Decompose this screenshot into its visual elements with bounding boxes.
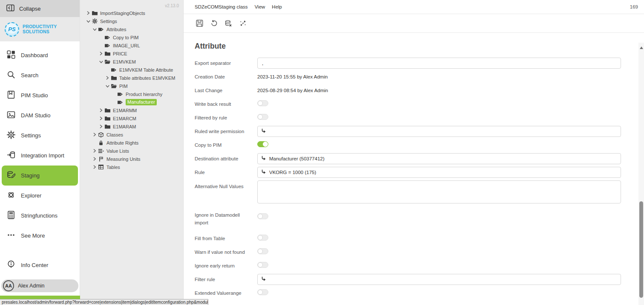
menubar: SDZeCOMStaging class View Help 169 <box>184 0 644 14</box>
tree-item[interactable]: Measuring Units <box>80 155 183 163</box>
sidebar-item-label: PIM Studio <box>21 92 48 99</box>
user-menu[interactable]: AA Alex Admin <box>1 279 78 292</box>
extended-valuerange-toggle[interactable] <box>257 289 268 295</box>
chevron-down-icon[interactable] <box>93 28 98 31</box>
gear-icon <box>92 18 98 24</box>
rule-arrow-icon <box>261 276 266 282</box>
tree-item[interactable]: IMAGE_URL <box>80 41 183 49</box>
tree-item[interactable]: Settings <box>80 17 183 25</box>
sidebar-item-staging[interactable]: Staging <box>2 166 78 186</box>
tree-item[interactable]: Copy to PIM <box>80 33 183 41</box>
tree-item[interactable]: Value Lists <box>80 147 183 155</box>
sidebar-item-label: Dashboard <box>21 52 48 58</box>
tree-item[interactable]: ImportStagingObjects <box>80 9 183 17</box>
vertical-scrollbar[interactable] <box>638 43 644 305</box>
form-row-alternative-null-values: Alternative Null Values <box>195 180 621 203</box>
chevron-right-icon[interactable] <box>93 149 98 153</box>
chevron-right-icon[interactable] <box>99 52 105 55</box>
tree-item[interactable]: E1MARAM <box>80 122 183 131</box>
destination-attribute-input[interactable]: Manufacturer (50377412) <box>257 153 621 164</box>
dam-studio-image-icon <box>7 110 15 120</box>
version-label: v2.13.0 <box>165 3 179 8</box>
tree-item[interactable]: E1MARMM <box>80 106 183 114</box>
ruled-write-permission-input[interactable] <box>257 126 621 137</box>
form-row-extended-valuerange: Extended Valuerange <box>195 288 621 299</box>
tree-item[interactable]: E1MVKEM Table Attribute <box>80 66 183 74</box>
chevron-down-icon[interactable] <box>99 60 105 64</box>
tree-item[interactable]: PIM <box>80 82 183 90</box>
undo-refresh-icon[interactable] <box>209 19 218 28</box>
build-number: 169 <box>630 4 638 9</box>
chevron-down-icon[interactable] <box>106 84 111 88</box>
form-row-fill-from-table: Fill from Table <box>195 233 621 244</box>
form-row-creation-date: Creation Date 2023-11-20 15:55 by Alex A… <box>195 71 621 82</box>
brand-header: PS PRODUCTIVITY SOLUTIONS <box>0 17 80 41</box>
alternative-null-values-textarea[interactable] <box>257 180 621 203</box>
chevron-right-icon[interactable] <box>99 116 105 120</box>
tag-icon <box>98 27 104 32</box>
sidebar-item-integration-import[interactable]: Integration Import <box>2 145 78 166</box>
menu-help[interactable]: Help <box>272 4 282 9</box>
folder-icon <box>92 11 98 15</box>
page-title: Attribute <box>195 42 621 51</box>
database-delete-icon[interactable] <box>224 19 233 28</box>
ignore-early-return-toggle[interactable] <box>257 262 268 268</box>
form-row-rule: Rule VKORG = 1000 (175) <box>195 167 621 178</box>
distribute-icon[interactable] <box>238 19 247 28</box>
sidebar-item-pim-studio[interactable]: PIM Studio <box>2 85 78 105</box>
sidebar-item-label: Explorer <box>21 192 41 199</box>
sidebar-item-label: DAM Studio <box>21 112 50 119</box>
chevron-right-icon[interactable] <box>93 157 98 161</box>
tree-item[interactable]: Tables <box>80 163 183 171</box>
chevron-right-icon[interactable] <box>86 11 92 15</box>
chevron-down-icon[interactable] <box>86 20 92 23</box>
sidebar-item-stringfunctions[interactable]: Stringfunctions <box>2 206 78 226</box>
folder-open-icon <box>111 84 117 88</box>
sidebar-item-label: See More <box>21 232 45 239</box>
copy-to-pim-toggle[interactable] <box>257 141 268 147</box>
tree-item[interactable]: E1MVKEM <box>80 58 183 66</box>
calculator-icon <box>7 211 15 221</box>
menu-view[interactable]: View <box>255 4 265 9</box>
tree-item[interactable]: E1MARCM <box>80 114 183 122</box>
tree-item[interactable]: Attribute Rights <box>80 139 183 147</box>
chevron-right-icon[interactable] <box>93 165 98 169</box>
sidebar-item-explorer[interactable]: Explorer <box>2 186 78 206</box>
warn-if-value-not-found-toggle[interactable] <box>257 248 268 254</box>
tree-item-selected[interactable]: Manufacturer <box>80 98 183 106</box>
sidebar-item-settings[interactable]: Settings <box>2 125 78 145</box>
save-icon[interactable] <box>195 19 204 28</box>
write-back-result-toggle[interactable] <box>257 100 268 106</box>
form-row-export-separator: Export separator <box>195 58 621 69</box>
chevron-right-icon[interactable] <box>99 108 105 112</box>
rule-input[interactable]: VKORG = 1000 (175) <box>257 167 621 178</box>
ignore-datamodell-toggle[interactable] <box>257 213 268 219</box>
export-separator-input[interactable] <box>257 58 621 69</box>
info-center-icon <box>7 260 15 270</box>
dashboard-icon <box>7 50 15 60</box>
scroll-up-arrow-icon[interactable] <box>640 46 643 49</box>
chevron-right-icon[interactable] <box>93 133 98 137</box>
tree-item[interactable]: Table attributes E1MVKEM <box>80 74 183 82</box>
chevron-right-icon[interactable] <box>99 125 105 128</box>
sidebar-item-info-center[interactable]: Info Center <box>2 255 78 275</box>
tree-item[interactable]: Attributes <box>80 25 183 33</box>
tree-item[interactable]: Classes <box>80 131 183 139</box>
sidebar-item-search[interactable]: Search <box>2 65 78 85</box>
filter-rule-input[interactable] <box>257 274 621 285</box>
collapse-button[interactable]: Collapse <box>0 0 80 17</box>
chevron-right-icon[interactable] <box>106 76 111 80</box>
avatar: AA <box>3 280 14 291</box>
fill-from-table-toggle[interactable] <box>257 235 268 241</box>
scrollbar-thumb[interactable] <box>639 201 643 298</box>
tree-item[interactable]: Product hierarchy <box>80 90 183 98</box>
sidebar-item-dam-studio[interactable]: DAM Studio <box>2 105 78 125</box>
filtered-by-rule-toggle[interactable] <box>257 114 268 120</box>
form-row-write-back-result: Write back result <box>195 99 621 110</box>
menu-app[interactable]: SDZeCOMStaging class <box>195 4 248 9</box>
sidebar-item-see-more[interactable]: See More <box>2 226 78 246</box>
tree-item[interactable]: PRICE <box>80 49 183 58</box>
sidebar: Collapse PS PRODUCTIVITY SOLUTIONS Dashb… <box>0 0 80 305</box>
brand-name: PRODUCTIVITY SOLUTIONS <box>23 24 57 34</box>
sidebar-item-dashboard[interactable]: Dashboard <box>2 45 78 65</box>
